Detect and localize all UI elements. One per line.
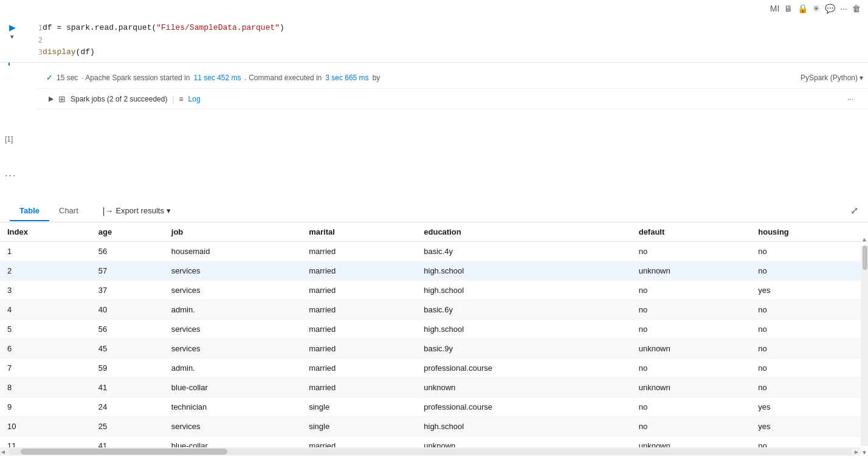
lock-icon[interactable]: 🔒	[797, 4, 808, 13]
cell-index: 10	[0, 417, 91, 436]
table-header: Index age job marital education default …	[0, 222, 868, 242]
cell-marital: married	[301, 300, 416, 320]
cell-age: 45	[91, 339, 164, 359]
pyspark-label: PySpark (Python)	[801, 74, 858, 82]
cell-age: 59	[91, 359, 164, 378]
cell-default: no	[632, 242, 751, 261]
cell-education: unknown	[416, 378, 631, 397]
cell-header: ▶ ▾ 1 2 3 df = spark.read.parquet("Files…	[0, 17, 868, 62]
cell-default: unknown	[632, 378, 751, 397]
cell-age: 56	[91, 320, 164, 339]
scroll-up-arrow[interactable]: ▲	[861, 236, 867, 243]
scrollbar-track	[9, 449, 852, 455]
cell-index: 5	[0, 320, 91, 339]
spark-more-icon[interactable]: ···	[847, 95, 863, 103]
cell-default: no	[632, 397, 751, 417]
export-results-button[interactable]: |→ Export results ▾	[98, 204, 176, 218]
scroll-down-arrow[interactable]: ▼	[861, 449, 867, 456]
cell-marital: married	[301, 242, 416, 261]
col-header-job: job	[164, 222, 301, 242]
cell-default: unknown	[632, 339, 751, 359]
cell-age: 40	[91, 300, 164, 320]
cell-housing: no	[751, 261, 868, 281]
cell-housing: no	[751, 320, 868, 339]
table-body: 156housemaidmarriedbasic.4ynono257servic…	[0, 242, 868, 456]
expand-table-icon[interactable]: ⤢	[850, 205, 858, 216]
line-numbers: 1 2 3	[24, 21, 43, 58]
cell-education: basic.9y	[416, 339, 631, 359]
cell-education: high.school	[416, 281, 631, 300]
output-three-dots[interactable]: ···	[5, 170, 16, 181]
header-row: Index age job marital education default …	[0, 222, 868, 242]
table-row: 841blue-collarmarriedunknownunknownno	[0, 378, 868, 397]
vertical-scrollbar-thumb[interactable]	[863, 246, 867, 270]
cell-index: 6	[0, 339, 91, 359]
chat-icon[interactable]: 💬	[825, 4, 835, 13]
cell-job: admin.	[164, 359, 301, 378]
mi-icon[interactable]: MI	[770, 4, 780, 13]
line-num-1: 1	[24, 22, 43, 34]
cell-job: technician	[164, 397, 301, 417]
cell-default: no	[632, 281, 751, 300]
spark-jobs-bar: ▶ ⊞ Spark jobs (2 of 2 succeeded) | ≡ Lo…	[36, 89, 868, 109]
line-num-3: 3	[24, 46, 43, 58]
status-check-icon: ✓	[46, 73, 53, 82]
pyspark-badge[interactable]: PySpark (Python) ▾	[801, 74, 863, 82]
table-row: 759admin.marriedprofessional.coursenono	[0, 359, 868, 378]
log-link[interactable]: Log	[188, 95, 201, 103]
cell-index: 8	[0, 378, 91, 397]
scroll-right-arrow[interactable]: ►	[853, 449, 859, 455]
cell-controls: ▶ ▾	[0, 21, 24, 41]
spark-jobs-expand-icon[interactable]: ▶	[49, 95, 53, 103]
data-table-wrapper: Index age job marital education default …	[0, 222, 868, 456]
status-exec-time: 3 sec 665 ms	[325, 74, 368, 82]
cell-age: 37	[91, 281, 164, 300]
table-row: 645servicesmarriedbasic.9yunknownno	[0, 339, 868, 359]
export-label: Export results	[115, 206, 164, 215]
cell-marital: married	[301, 320, 416, 339]
monitor-icon[interactable]: 🖥	[784, 4, 793, 13]
cell-marital: single	[301, 417, 416, 436]
col-header-marital: marital	[301, 222, 416, 242]
col-header-education: education	[416, 222, 631, 242]
cell-job: services	[164, 417, 301, 436]
cell-index: 1	[0, 242, 91, 261]
cell-age: 41	[91, 378, 164, 397]
cell-job: housemaid	[164, 242, 301, 261]
more-toolbar-icon[interactable]: ···	[840, 4, 847, 13]
vertical-scrollbar[interactable]: ▲ ▼	[861, 246, 868, 446]
tab-chart[interactable]: Chart	[49, 201, 88, 221]
cell-education: basic.4y	[416, 242, 631, 261]
table-row: 440admin.marriedbasic.6ynono	[0, 300, 868, 320]
cell-job: blue-collar	[164, 378, 301, 397]
asterisk-icon[interactable]: ✳	[813, 4, 820, 13]
cell-education: professional.course	[416, 397, 631, 417]
data-table: Index age job marital education default …	[0, 222, 868, 456]
cell-housing: yes	[751, 417, 868, 436]
scroll-left-arrow[interactable]: ◄	[0, 449, 6, 455]
cell-age: 57	[91, 261, 164, 281]
pyspark-chevron[interactable]: ▾	[859, 74, 863, 82]
status-message-2: . Command executed in	[245, 74, 322, 82]
col-header-index: Index	[0, 222, 91, 242]
cell-housing: no	[751, 378, 868, 397]
cell-default: no	[632, 320, 751, 339]
code-editor[interactable]: df = spark.read.parquet("Files/SampleDat…	[43, 21, 868, 60]
cell-housing: no	[751, 359, 868, 378]
horizontal-scrollbar-thumb[interactable]	[21, 449, 227, 455]
run-button[interactable]: ▶	[9, 23, 16, 32]
output-area: [1] ✓ 15 sec · Apache Spark session star…	[0, 67, 868, 468]
trash-icon[interactable]: 🗑	[852, 4, 861, 13]
cell-job: services	[164, 320, 301, 339]
cell-marital: married	[301, 281, 416, 300]
cell-housing: yes	[751, 397, 868, 417]
tab-table[interactable]: Table	[10, 201, 49, 221]
cell-education: high.school	[416, 417, 631, 436]
horizontal-scrollbar[interactable]: ◄ ►	[0, 447, 861, 456]
cell-age: 56	[91, 242, 164, 261]
table-tabs: Table Chart |→ Export results ▾ ⤢	[0, 199, 868, 222]
cell-job: services	[164, 281, 301, 300]
cell-housing: yes	[751, 281, 868, 300]
collapse-button[interactable]: ▾	[10, 33, 14, 41]
table-row: 1025servicessinglehigh.schoolnoyes	[0, 417, 868, 436]
